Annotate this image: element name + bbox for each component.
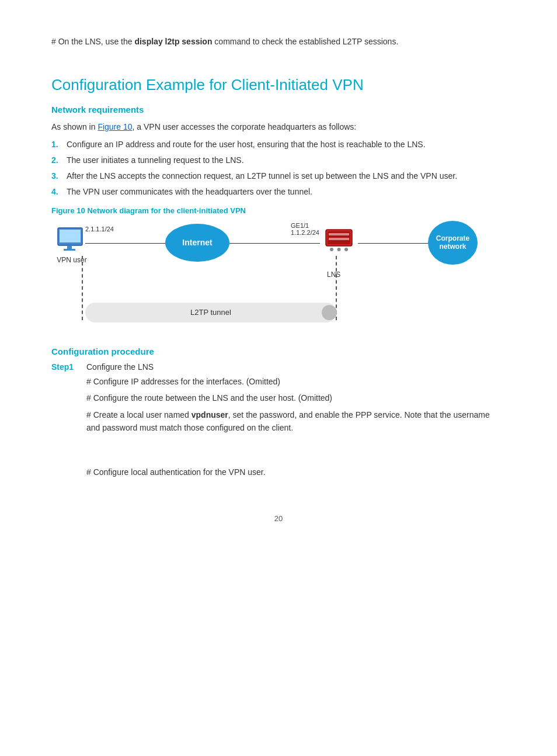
svg-rect-2 (67, 245, 72, 249)
intro-prefix: # On the LNS, use the (51, 37, 134, 46)
list-item: 3. After the LNS accepts the connection … (51, 170, 506, 182)
step1-line3: # Create a local user named vpdnuser, se… (86, 408, 506, 435)
step1-row: Step1 Configure the LNS (51, 362, 506, 372)
config-procedure-section: Configuration procedure Step1 Configure … (51, 346, 506, 479)
svg-point-10 (344, 248, 348, 251)
figure-title: Figure 10 Network diagram for the client… (51, 206, 506, 215)
requirements-list: 1. Configure an IP address and route for… (51, 138, 506, 198)
svg-rect-6 (329, 233, 349, 235)
step1-label: Step1 (51, 362, 86, 372)
list-item: 1. Configure an IP address and route for… (51, 138, 506, 151)
tunnel-end-circle (322, 305, 337, 320)
line-internet-to-lns (229, 243, 320, 244)
vpn-user-label: VPN user (51, 256, 92, 264)
section-title: Configuration Example for Client-Initiat… (51, 76, 506, 94)
router-icon (323, 224, 355, 256)
ge-label: GE1/1 (291, 222, 309, 229)
intro-paragraph: # On the LNS, use the display l2tp sessi… (51, 35, 506, 48)
step1-line1: # Configure IP addresses for the interfa… (86, 375, 506, 388)
pc-icon (57, 227, 87, 255)
line-vpn-to-internet (85, 243, 166, 244)
network-requirements-heading: Network requirements (51, 105, 506, 115)
config-procedure-heading: Configuration procedure (51, 346, 506, 356)
step1-line2: # Configure the route between the LNS an… (86, 391, 506, 404)
list-num-1: 1. (51, 138, 64, 151)
intro-text-suffix: , a VPN user accesses the corporate head… (133, 122, 357, 131)
intro-command: display l2tp session (134, 37, 212, 46)
intro-text-prefix: As shown in (51, 122, 98, 131)
list-item: 4. The VPN user communicates with the he… (51, 186, 506, 198)
page-number: 20 (51, 514, 506, 523)
list-num-3: 3. (51, 170, 64, 182)
line-lns-to-corp (358, 243, 434, 244)
ge-ip-label: 1.1.2.2/24 (291, 229, 319, 236)
list-item: 2. The user initiates a tunneling reques… (51, 154, 506, 167)
network-requirements-intro: As shown in Figure 10, a VPN user access… (51, 120, 506, 133)
vpn-user-ip-label: 2.1.1.1/24 (85, 226, 114, 233)
figure-10-link[interactable]: Figure 10 (98, 122, 132, 131)
step1-body: # Configure IP addresses for the interfa… (86, 375, 506, 479)
svg-rect-1 (60, 230, 81, 242)
list-text-2: The user initiates a tunneling request t… (67, 154, 244, 167)
step1-title: Configure the LNS (86, 362, 154, 372)
step1-line4: # Configure local authentication for the… (86, 466, 506, 478)
intro-suffix: command to check the established L2TP se… (212, 37, 398, 46)
svg-point-9 (337, 248, 341, 251)
list-num-4: 4. (51, 186, 64, 198)
internet-cloud: Internet (165, 224, 229, 262)
l2tp-tunnel: L2TP tunnel (85, 303, 336, 322)
list-num-2: 2. (51, 154, 64, 167)
dashed-line-vpn (82, 256, 83, 320)
list-text-3: After the LNS accepts the connection req… (67, 170, 457, 182)
network-diagram: VPN user 2.1.1.1/24 Internet GE1/1 1.1.2… (51, 221, 478, 329)
svg-rect-7 (329, 238, 349, 240)
svg-point-8 (330, 248, 333, 251)
list-text-1: Configure an IP address and route for th… (67, 138, 426, 151)
vpdnuser-bold: vpdnuser (192, 410, 228, 419)
lns-box (320, 224, 358, 258)
corporate-network: Corporatenetwork (428, 221, 478, 265)
list-text-4: The VPN user communicates with the headq… (67, 186, 312, 198)
lns-label: LNS (327, 271, 340, 279)
svg-rect-3 (64, 249, 75, 251)
